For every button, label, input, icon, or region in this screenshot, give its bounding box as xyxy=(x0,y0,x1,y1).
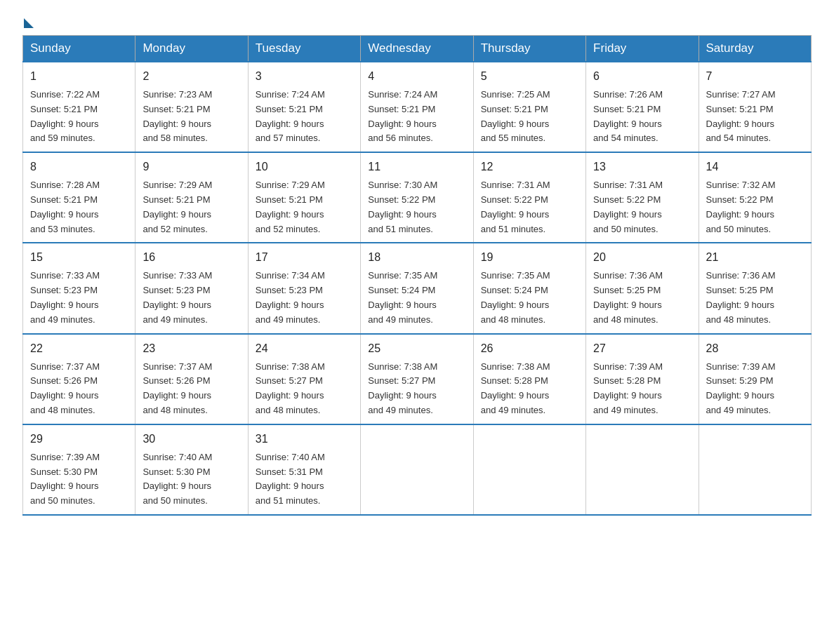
day-number: 12 xyxy=(481,159,578,175)
day-number: 20 xyxy=(593,249,691,266)
day-info: Sunrise: 7:33 AM Sunset: 5:23 PM Dayligh… xyxy=(143,270,212,324)
calendar-day-cell: 24 Sunrise: 7:38 AM Sunset: 5:27 PM Dayl… xyxy=(248,334,360,424)
calendar-day-cell: 20 Sunrise: 7:36 AM Sunset: 5:25 PM Dayl… xyxy=(586,243,699,333)
calendar-day-cell: 19 Sunrise: 7:35 AM Sunset: 5:24 PM Dayl… xyxy=(473,243,585,333)
day-info: Sunrise: 7:28 AM Sunset: 5:21 PM Dayligh… xyxy=(30,180,100,234)
calendar-day-cell xyxy=(699,424,811,515)
day-info: Sunrise: 7:24 AM Sunset: 5:21 PM Dayligh… xyxy=(256,89,325,143)
day-info: Sunrise: 7:27 AM Sunset: 5:21 PM Dayligh… xyxy=(706,89,776,143)
day-number: 11 xyxy=(368,159,465,175)
calendar-day-cell xyxy=(361,424,473,515)
day-info: Sunrise: 7:36 AM Sunset: 5:25 PM Dayligh… xyxy=(593,270,663,324)
day-number: 26 xyxy=(481,340,578,357)
calendar-day-cell: 17 Sunrise: 7:34 AM Sunset: 5:23 PM Dayl… xyxy=(248,243,360,333)
day-number: 3 xyxy=(256,68,353,85)
day-number: 17 xyxy=(256,249,353,266)
calendar-week-row: 8 Sunrise: 7:28 AM Sunset: 5:21 PM Dayli… xyxy=(23,152,812,243)
calendar-day-cell: 18 Sunrise: 7:35 AM Sunset: 5:24 PM Dayl… xyxy=(361,243,473,333)
calendar-day-cell: 25 Sunrise: 7:38 AM Sunset: 5:27 PM Dayl… xyxy=(361,334,473,424)
day-number: 19 xyxy=(481,249,578,266)
day-number: 28 xyxy=(706,340,804,357)
day-of-week-header: Saturday xyxy=(699,36,811,62)
day-info: Sunrise: 7:34 AM Sunset: 5:23 PM Dayligh… xyxy=(256,270,325,324)
day-info: Sunrise: 7:38 AM Sunset: 5:28 PM Dayligh… xyxy=(481,361,550,415)
day-number: 14 xyxy=(706,159,804,175)
day-number: 18 xyxy=(368,249,465,266)
day-info: Sunrise: 7:38 AM Sunset: 5:27 PM Dayligh… xyxy=(256,361,325,415)
calendar-day-cell: 21 Sunrise: 7:36 AM Sunset: 5:25 PM Dayl… xyxy=(699,243,811,333)
calendar-day-cell: 10 Sunrise: 7:29 AM Sunset: 5:21 PM Dayl… xyxy=(248,152,360,243)
day-number: 30 xyxy=(143,431,240,448)
calendar-day-cell: 26 Sunrise: 7:38 AM Sunset: 5:28 PM Dayl… xyxy=(473,334,585,424)
day-number: 5 xyxy=(481,68,578,85)
day-number: 4 xyxy=(368,68,465,85)
calendar-day-cell: 28 Sunrise: 7:39 AM Sunset: 5:29 PM Dayl… xyxy=(699,334,811,424)
day-info: Sunrise: 7:26 AM Sunset: 5:21 PM Dayligh… xyxy=(593,89,663,143)
day-of-week-header: Thursday xyxy=(473,36,585,62)
calendar-day-cell: 13 Sunrise: 7:31 AM Sunset: 5:22 PM Dayl… xyxy=(586,152,699,243)
calendar-day-cell xyxy=(473,424,585,515)
calendar-day-cell: 6 Sunrise: 7:26 AM Sunset: 5:21 PM Dayli… xyxy=(586,62,699,152)
day-info: Sunrise: 7:39 AM Sunset: 5:29 PM Dayligh… xyxy=(706,361,776,415)
day-number: 1 xyxy=(30,68,128,85)
calendar-day-cell: 23 Sunrise: 7:37 AM Sunset: 5:26 PM Dayl… xyxy=(135,334,248,424)
calendar-day-cell: 11 Sunrise: 7:30 AM Sunset: 5:22 PM Dayl… xyxy=(361,152,473,243)
day-info: Sunrise: 7:23 AM Sunset: 5:21 PM Dayligh… xyxy=(143,89,212,143)
logo-arrow-icon xyxy=(24,18,34,28)
day-number: 2 xyxy=(143,68,240,85)
calendar-day-cell: 4 Sunrise: 7:24 AM Sunset: 5:21 PM Dayli… xyxy=(361,62,473,152)
calendar-day-cell: 29 Sunrise: 7:39 AM Sunset: 5:30 PM Dayl… xyxy=(23,424,135,515)
day-info: Sunrise: 7:40 AM Sunset: 5:31 PM Dayligh… xyxy=(256,452,325,506)
calendar-day-cell: 16 Sunrise: 7:33 AM Sunset: 5:23 PM Dayl… xyxy=(135,243,248,333)
calendar-day-cell: 9 Sunrise: 7:29 AM Sunset: 5:21 PM Dayli… xyxy=(135,152,248,243)
day-number: 23 xyxy=(143,340,240,357)
day-info: Sunrise: 7:29 AM Sunset: 5:21 PM Dayligh… xyxy=(256,180,325,234)
calendar-week-row: 22 Sunrise: 7:37 AM Sunset: 5:26 PM Dayl… xyxy=(23,334,812,424)
day-number: 9 xyxy=(143,159,240,175)
day-number: 29 xyxy=(30,431,128,448)
day-info: Sunrise: 7:31 AM Sunset: 5:22 PM Dayligh… xyxy=(481,180,550,234)
day-info: Sunrise: 7:30 AM Sunset: 5:22 PM Dayligh… xyxy=(368,180,437,234)
calendar-table: SundayMondayTuesdayWednesdayThursdayFrid… xyxy=(22,35,812,516)
day-info: Sunrise: 7:39 AM Sunset: 5:28 PM Dayligh… xyxy=(593,361,663,415)
day-info: Sunrise: 7:25 AM Sunset: 5:21 PM Dayligh… xyxy=(481,89,550,143)
calendar-day-cell xyxy=(586,424,699,515)
day-number: 27 xyxy=(593,340,691,357)
day-number: 31 xyxy=(256,431,353,448)
day-info: Sunrise: 7:37 AM Sunset: 5:26 PM Dayligh… xyxy=(143,361,212,415)
day-info: Sunrise: 7:35 AM Sunset: 5:24 PM Dayligh… xyxy=(481,270,550,324)
calendar-week-row: 1 Sunrise: 7:22 AM Sunset: 5:21 PM Dayli… xyxy=(23,62,812,152)
calendar-week-row: 29 Sunrise: 7:39 AM Sunset: 5:30 PM Dayl… xyxy=(23,424,812,515)
day-number: 21 xyxy=(706,249,804,266)
day-info: Sunrise: 7:36 AM Sunset: 5:25 PM Dayligh… xyxy=(706,270,776,324)
calendar-day-cell: 5 Sunrise: 7:25 AM Sunset: 5:21 PM Dayli… xyxy=(473,62,585,152)
calendar-day-cell: 2 Sunrise: 7:23 AM Sunset: 5:21 PM Dayli… xyxy=(135,62,248,152)
calendar-day-cell: 30 Sunrise: 7:40 AM Sunset: 5:30 PM Dayl… xyxy=(135,424,248,515)
day-info: Sunrise: 7:31 AM Sunset: 5:22 PM Dayligh… xyxy=(593,180,663,234)
logo xyxy=(22,17,35,24)
calendar-day-cell: 1 Sunrise: 7:22 AM Sunset: 5:21 PM Dayli… xyxy=(23,62,135,152)
day-info: Sunrise: 7:40 AM Sunset: 5:30 PM Dayligh… xyxy=(143,452,212,506)
page-header xyxy=(22,17,812,24)
day-info: Sunrise: 7:22 AM Sunset: 5:21 PM Dayligh… xyxy=(30,89,100,143)
calendar-day-cell: 3 Sunrise: 7:24 AM Sunset: 5:21 PM Dayli… xyxy=(248,62,360,152)
day-number: 15 xyxy=(30,249,128,266)
calendar-day-cell: 22 Sunrise: 7:37 AM Sunset: 5:26 PM Dayl… xyxy=(23,334,135,424)
day-info: Sunrise: 7:24 AM Sunset: 5:21 PM Dayligh… xyxy=(368,89,437,143)
day-info: Sunrise: 7:35 AM Sunset: 5:24 PM Dayligh… xyxy=(368,270,437,324)
calendar-day-cell: 12 Sunrise: 7:31 AM Sunset: 5:22 PM Dayl… xyxy=(473,152,585,243)
day-number: 16 xyxy=(143,249,240,266)
day-number: 24 xyxy=(256,340,353,357)
day-of-week-header: Tuesday xyxy=(248,36,360,62)
day-number: 10 xyxy=(256,159,353,175)
calendar-day-cell: 27 Sunrise: 7:39 AM Sunset: 5:28 PM Dayl… xyxy=(586,334,699,424)
day-info: Sunrise: 7:39 AM Sunset: 5:30 PM Dayligh… xyxy=(30,452,100,506)
calendar-week-row: 15 Sunrise: 7:33 AM Sunset: 5:23 PM Dayl… xyxy=(23,243,812,333)
day-number: 7 xyxy=(706,68,804,85)
day-of-week-header: Friday xyxy=(586,36,699,62)
day-info: Sunrise: 7:32 AM Sunset: 5:22 PM Dayligh… xyxy=(706,180,776,234)
day-info: Sunrise: 7:33 AM Sunset: 5:23 PM Dayligh… xyxy=(30,270,100,324)
day-number: 22 xyxy=(30,340,128,357)
day-of-week-header: Wednesday xyxy=(361,36,473,62)
day-info: Sunrise: 7:38 AM Sunset: 5:27 PM Dayligh… xyxy=(368,361,437,415)
